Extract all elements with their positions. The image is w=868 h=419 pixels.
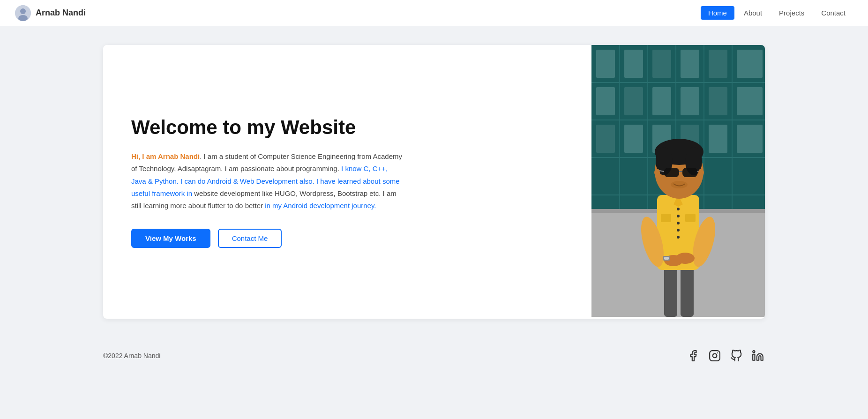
contact-me-button[interactable]: Contact Me [218, 229, 282, 248]
svg-rect-22 [681, 87, 699, 115]
footer-copyright: ©2022 Arnab Nandi [103, 352, 160, 359]
footer: ©2022 Arnab Nandi [0, 337, 868, 374]
linkedin-icon[interactable] [751, 349, 765, 363]
brand-name: Arnab Nandi [36, 8, 86, 18]
svg-rect-33 [664, 265, 677, 317]
svg-rect-56 [682, 168, 697, 177]
svg-rect-65 [753, 354, 755, 360]
hero-image [591, 45, 765, 319]
svg-rect-13 [596, 50, 615, 78]
svg-point-66 [753, 351, 755, 352]
hero-card: Welcome to my Website Hi, I am Arnab Nan… [103, 45, 765, 319]
svg-point-42 [677, 229, 680, 232]
navbar: Arnab Nandi Home About Projects Contact [0, 0, 868, 26]
social-links [686, 349, 765, 363]
svg-point-39 [677, 208, 680, 210]
svg-rect-21 [652, 87, 671, 115]
avatar [15, 5, 31, 21]
svg-rect-25 [596, 125, 615, 153]
svg-rect-26 [624, 125, 643, 153]
svg-rect-16 [681, 50, 699, 78]
hero-title: Welcome to my Website [131, 116, 563, 139]
svg-rect-29 [709, 125, 727, 153]
svg-point-60 [671, 181, 688, 188]
svg-point-1 [20, 8, 26, 14]
svg-point-43 [677, 236, 680, 239]
svg-point-61 [654, 169, 660, 176]
nav-links: Home About Projects Contact [701, 6, 853, 20]
hero-description: Hi, I am Arnab Nandi. I am a student of … [131, 150, 403, 212]
svg-rect-38 [685, 214, 696, 222]
facebook-icon[interactable] [686, 349, 700, 363]
github-icon[interactable] [729, 349, 743, 363]
svg-rect-15 [652, 50, 671, 78]
svg-point-41 [677, 222, 680, 224]
svg-rect-19 [596, 87, 615, 115]
svg-rect-18 [737, 50, 763, 78]
nav-about[interactable]: About [736, 6, 770, 20]
brand-logo[interactable]: Arnab Nandi [15, 5, 86, 21]
svg-rect-24 [737, 87, 763, 115]
svg-point-40 [677, 215, 680, 217]
desc-hi: Hi, I am Arnab Nandi [131, 152, 200, 160]
nav-home[interactable]: Home [701, 6, 734, 20]
svg-rect-17 [709, 50, 727, 78]
nav-projects[interactable]: Projects [771, 6, 812, 20]
svg-rect-30 [737, 125, 763, 153]
svg-rect-37 [661, 214, 671, 222]
view-works-button[interactable]: View My Works [131, 229, 210, 248]
svg-point-62 [698, 169, 704, 176]
svg-rect-20 [624, 87, 643, 115]
hero-content: Welcome to my Website Hi, I am Arnab Nan… [103, 45, 591, 319]
instagram-icon[interactable] [708, 349, 722, 363]
button-group: View My Works Contact Me [131, 229, 563, 248]
hero-photo [591, 45, 765, 317]
svg-rect-49 [664, 257, 669, 260]
svg-rect-55 [664, 168, 679, 177]
svg-rect-23 [709, 87, 727, 115]
main-wrapper: Welcome to my Website Hi, I am Arnab Nan… [0, 26, 868, 337]
desc-part4: in my Android development journey. [265, 202, 376, 210]
svg-rect-14 [624, 50, 643, 78]
nav-contact[interactable]: Contact [814, 6, 853, 20]
svg-rect-63 [710, 351, 720, 361]
svg-rect-34 [681, 265, 694, 317]
svg-point-47 [676, 253, 695, 264]
